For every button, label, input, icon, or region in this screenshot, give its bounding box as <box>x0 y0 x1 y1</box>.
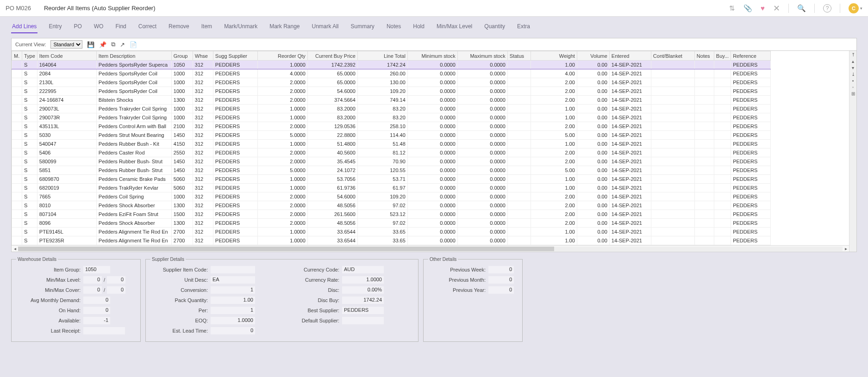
cell-min_stock[interactable]: 0.0000 <box>407 96 457 105</box>
cell-whse[interactable]: 312 <box>193 131 213 140</box>
cell-line_total[interactable]: 109.20 <box>357 87 407 96</box>
menu-summary[interactable]: Summary <box>350 20 375 33</box>
column-reorder_qty[interactable]: Reorder Qty <box>257 51 307 61</box>
cell-cont[interactable] <box>651 157 694 166</box>
cell-item_desc[interactable]: Pedders Shock Absorber <box>96 201 171 210</box>
cell-whse[interactable]: 312 <box>193 122 213 131</box>
column-entered[interactable]: Entered <box>609 51 651 61</box>
cell-status[interactable] <box>507 201 531 210</box>
cell-line_total[interactable]: 83.20 <box>357 105 407 113</box>
cell-weight[interactable]: 1.00 <box>531 236 577 245</box>
cell-group[interactable]: 1450 <box>171 166 193 175</box>
cell-whse[interactable]: 312 <box>193 113 213 122</box>
cell-whse[interactable]: 312 <box>193 61 213 69</box>
cell-item_code[interactable]: 435113L <box>37 122 96 131</box>
cell-max_stock[interactable]: 0.0000 <box>457 131 507 140</box>
cell-item_desc[interactable]: Pedders SportsRyder Coil <box>96 87 171 96</box>
cell-min_stock[interactable]: 0.0000 <box>407 236 457 245</box>
cell-weight[interactable]: 2.00 <box>531 87 577 96</box>
cell-notes[interactable] <box>694 228 714 236</box>
cell-reorder_qty[interactable]: 2.0000 <box>257 157 307 166</box>
cell-volume[interactable]: 0.00 <box>577 78 609 87</box>
table-row[interactable]: S5030Pedders Strut Mount Bearing1450312P… <box>12 131 771 140</box>
cell-item_desc[interactable]: Pedders Control Arm with Ball <box>96 122 171 131</box>
cell-reorder_qty[interactable]: 2.0000 <box>257 96 307 105</box>
cell-notes[interactable] <box>694 210 714 219</box>
goto-top-icon[interactable]: ⤒ <box>851 52 855 57</box>
cell-buy[interactable] <box>714 105 731 113</box>
cell-reorder_qty[interactable]: 2.0000 <box>257 122 307 131</box>
cell-status[interactable] <box>507 140 531 148</box>
cell-buy_price[interactable]: 65.0000 <box>307 69 357 78</box>
cell-volume[interactable]: 0.00 <box>577 210 609 219</box>
cell-status[interactable] <box>507 219 531 228</box>
cell-item_code[interactable]: 290073L <box>37 105 96 113</box>
cell-buy_price[interactable]: 1742.2392 <box>307 61 357 69</box>
cell-item_desc[interactable]: Bilstein Shocks <box>96 96 171 105</box>
cell-m[interactable] <box>12 166 22 175</box>
cell-weight[interactable]: 1.00 <box>531 105 577 113</box>
cell-line_total[interactable]: 114.40 <box>357 131 407 140</box>
cell-min_stock[interactable]: 0.0000 <box>407 113 457 122</box>
menu-add-lines[interactable]: Add Lines <box>11 20 37 33</box>
cell-whse[interactable]: 312 <box>193 175 213 184</box>
cell-m[interactable] <box>12 61 22 69</box>
cell-cont[interactable] <box>651 184 694 192</box>
cell-weight[interactable]: 5.00 <box>531 131 577 140</box>
column-buy[interactable]: Buy... <box>714 51 731 61</box>
cell-status[interactable] <box>507 166 531 175</box>
cell-m[interactable] <box>12 201 22 210</box>
table-row[interactable]: S290073RPedders Trakryder Coil Spring100… <box>12 113 771 122</box>
row-up-icon[interactable]: ▴ <box>852 59 854 64</box>
cell-m[interactable] <box>12 131 22 140</box>
cell-item_code[interactable]: PTE9235R <box>37 236 96 245</box>
table-row[interactable]: S580099Pedders Rubber Bush- Strut1450312… <box>12 157 771 166</box>
cell-group[interactable]: 1000 <box>171 105 193 113</box>
cell-status[interactable] <box>507 69 531 78</box>
cell-m[interactable] <box>12 157 22 166</box>
cell-buy_price[interactable]: 22.8800 <box>307 131 357 140</box>
cell-buy[interactable] <box>714 148 731 157</box>
cell-status[interactable] <box>507 236 531 245</box>
cell-line_total[interactable]: 130.00 <box>357 78 407 87</box>
pin-icon[interactable]: 📌 <box>99 41 106 48</box>
cell-ref[interactable]: PEDDERS <box>731 166 771 175</box>
cell-sugg_supplier[interactable]: PEDDERS <box>213 219 257 228</box>
cell-buy_price[interactable]: 54.6000 <box>307 87 357 96</box>
cell-status[interactable] <box>507 228 531 236</box>
cell-item_desc[interactable]: Pedders Trakryder Coil Spring <box>96 113 171 122</box>
cell-buy[interactable] <box>714 61 731 69</box>
table-row[interactable]: S2130LPedders SportsRyder Coil1000312PED… <box>12 78 771 87</box>
cell-type[interactable]: S <box>22 69 37 78</box>
cell-group[interactable]: 2550 <box>171 148 193 157</box>
cell-cont[interactable] <box>651 192 694 201</box>
cell-buy[interactable] <box>714 78 731 87</box>
cell-line_total[interactable]: 33.65 <box>357 236 407 245</box>
cell-min_stock[interactable]: 0.0000 <box>407 192 457 201</box>
scroll-left-icon[interactable]: ◂ <box>12 246 18 251</box>
cell-item_desc[interactable]: Pedders Alignment Tie Rod En <box>96 228 171 236</box>
cell-item_code[interactable]: 5030 <box>37 131 96 140</box>
cell-reorder_qty[interactable]: 2.0000 <box>257 148 307 157</box>
cell-type[interactable]: S <box>22 184 37 192</box>
cell-buy_price[interactable]: 261.5600 <box>307 210 357 219</box>
cell-buy[interactable] <box>714 166 731 175</box>
cell-group[interactable]: 1000 <box>171 87 193 96</box>
table-row[interactable]: S6809870Pedders Ceramic Brake Pads506031… <box>12 175 771 184</box>
cell-status[interactable] <box>507 122 531 131</box>
cell-ref[interactable]: PEDDERS <box>731 148 771 157</box>
cell-ref[interactable]: PEDDERS <box>731 140 771 148</box>
cell-item_code[interactable]: 2130L <box>37 78 96 87</box>
cell-weight[interactable]: 1.00 <box>531 184 577 192</box>
menu-mark-unmark[interactable]: Mark/Unmark <box>223 20 258 33</box>
cell-sugg_supplier[interactable]: PEDDERS <box>213 113 257 122</box>
cell-group[interactable]: 1000 <box>171 78 193 87</box>
cell-notes[interactable] <box>694 61 714 69</box>
cell-volume[interactable]: 0.00 <box>577 122 609 131</box>
cell-cont[interactable] <box>651 201 694 210</box>
cell-item_desc[interactable]: Pedders Trakryder Coil Spring <box>96 105 171 113</box>
cell-m[interactable] <box>12 210 22 219</box>
cell-ref[interactable]: PEDDERS <box>731 61 771 69</box>
cell-notes[interactable] <box>694 236 714 245</box>
cell-item_code[interactable]: 580099 <box>37 157 96 166</box>
